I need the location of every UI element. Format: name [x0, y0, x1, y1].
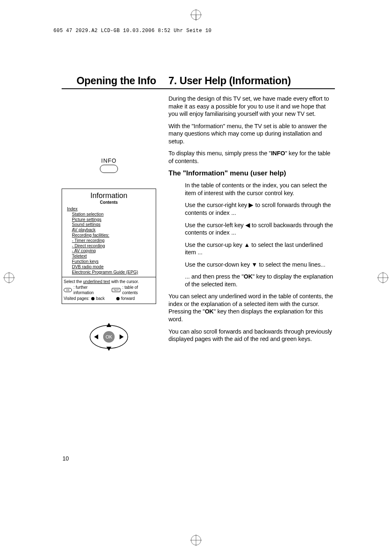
svg-marker-15 — [106, 323, 111, 327]
info-foot-text: Select the — [64, 279, 83, 284]
info-box-item: Teletext — [67, 253, 151, 259]
info-box-item: Sound settings — [67, 222, 151, 227]
body-paragraph: ... and then press the "OK" key to displ… — [185, 273, 335, 288]
info-key-icon — [100, 165, 118, 173]
info-box-item: Index — [67, 206, 151, 212]
info-box-item: AV playback — [67, 227, 151, 233]
info-foot-text: with the cursor. — [110, 279, 139, 284]
info-box-item: - Direct recording — [67, 243, 151, 249]
text-pill-icon: TEXT — [112, 288, 121, 292]
svg-marker-16 — [106, 347, 111, 351]
subsection-heading: The "Information" menu (user help) — [168, 169, 335, 177]
info-box-item: - Timer recording — [67, 238, 151, 243]
crop-mark-bottom-icon — [190, 534, 202, 546]
info-box-title: Information — [62, 189, 156, 200]
info-foot-text: forward — [121, 296, 135, 302]
body-paragraph: With the "Information" menu, the TV set … — [168, 122, 335, 145]
info-box-item: DVB radio mode — [67, 264, 151, 269]
ok-pill-icon: OK — [64, 288, 72, 292]
section-title-left: Opening the Info — [62, 75, 168, 87]
section-title-right: 7. User Help (Information) — [168, 75, 335, 87]
info-box-subtitle: Contents — [62, 200, 156, 206]
body-paragraph: In the table of contents or the index, y… — [185, 182, 335, 197]
green-dot-icon — [116, 297, 120, 300]
info-foot-underlined: underlined text — [83, 279, 110, 284]
info-box-footer: Select the underlined text with the curs… — [62, 277, 156, 304]
body-paragraph: Use the cursor-right key ▶ to scroll for… — [185, 201, 335, 216]
information-osd-box: Information Contents Index Station selec… — [62, 189, 156, 304]
page-number: 10 — [62, 455, 69, 462]
body-paragraph: Use the cursor-down key ▼ to select the … — [185, 261, 335, 269]
svg-marker-17 — [94, 334, 98, 339]
info-box-item: Electronic Programm Guide (EPG) — [67, 269, 151, 275]
info-box-item: Station selection — [67, 212, 151, 217]
body-paragraph: You can also scroll forwards and backwar… — [168, 328, 335, 343]
info-box-item: - AV copying — [67, 248, 151, 253]
body-paragraph: Use the cursor-left key ◀ to scroll back… — [185, 221, 335, 237]
info-foot-text: : table of contents — [122, 285, 154, 296]
body-paragraph: Use the cursor-up key ▲ to select the la… — [185, 241, 335, 256]
ok-label: OK — [106, 334, 113, 339]
info-box-item: Picture settings — [67, 217, 151, 222]
info-box-item: Recording facilities: — [67, 233, 151, 238]
cursor-navpad-icon: OK — [89, 320, 129, 355]
info-box-item: Function keys — [67, 259, 151, 264]
info-foot-text: Visited pages: — [64, 296, 90, 302]
print-header-text: 605 47 2029.A2 LCD-GB 10.03.2006 8:52 Uh… — [53, 28, 212, 34]
red-dot-icon — [91, 297, 95, 300]
crop-mark-left-icon — [3, 272, 15, 283]
info-foot-text: back — [96, 296, 105, 302]
info-foot-text: : further information — [74, 285, 108, 296]
crop-mark-top-icon — [190, 9, 202, 21]
svg-marker-18 — [120, 334, 124, 339]
body-paragraph: You can select any underlined word in th… — [168, 292, 335, 323]
info-box-list: Index Station selection Picture settings… — [62, 206, 156, 277]
crop-mark-right-icon — [377, 272, 389, 283]
body-paragraph: To display this menu, simply press the "… — [168, 150, 335, 165]
body-paragraph: During the design of this TV set, we hav… — [168, 95, 335, 118]
info-key-label: INFO — [62, 157, 156, 164]
